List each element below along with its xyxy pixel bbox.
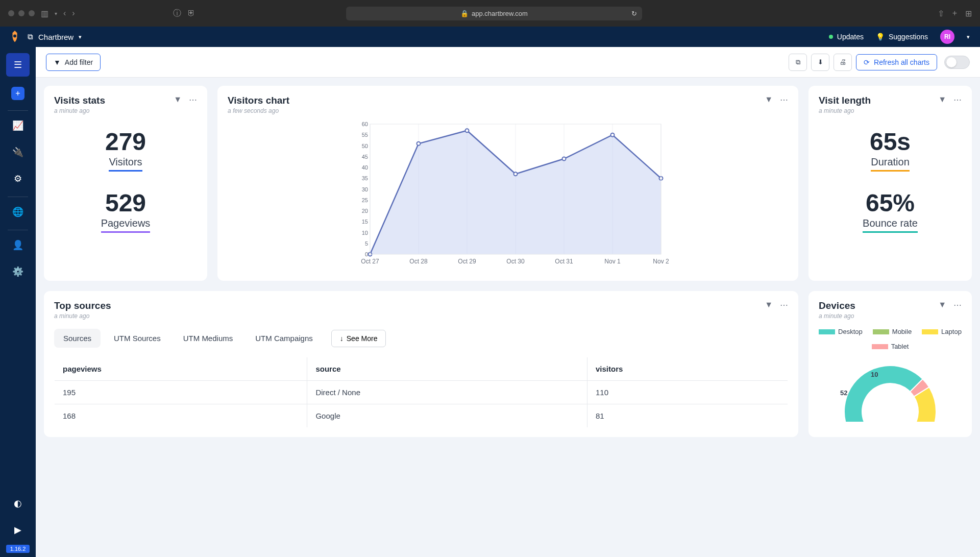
more-icon[interactable]: ⋯ — [189, 95, 197, 105]
toolbar: ▼ Add filter ⧉ ⬇ 🖨 ⟳ Refresh all charts — [36, 47, 980, 78]
add-filter-label: Add filter — [65, 58, 93, 66]
svg-text:20: 20 — [362, 208, 368, 214]
legend-item[interactable]: Tablet — [872, 343, 909, 350]
team-selector[interactable]: ⧉ Chartbrew ▾ — [28, 32, 82, 41]
back-icon[interactable]: ‹ — [63, 9, 66, 18]
kpi-visitors-label: Visitors — [109, 156, 142, 172]
see-more-label: See More — [347, 334, 378, 343]
donut-chart: 52 10 — [819, 355, 962, 422]
cell-visitors: 110 — [587, 381, 788, 404]
close-window[interactable] — [8, 10, 14, 16]
kpi-pageviews-value: 529 — [54, 191, 197, 215]
main-content: ▼ Add filter ⧉ ⬇ 🖨 ⟳ Refresh all charts … — [36, 47, 980, 557]
copy-button[interactable]: ⧉ — [789, 54, 807, 71]
download-icon: ⬇ — [818, 58, 823, 66]
sidebar-item-dashboard[interactable]: ☰ — [6, 53, 30, 77]
card-title: Top sources — [54, 300, 765, 311]
avatar-initials: RI — [944, 33, 950, 40]
reload-icon[interactable]: ↻ — [631, 10, 637, 17]
card-title: Visits stats — [54, 95, 174, 106]
sidebar-item-charts[interactable]: 📈 — [6, 114, 30, 137]
card-title: Visit length — [819, 95, 938, 106]
shield-icon[interactable]: ⛨ — [187, 9, 195, 18]
col-source[interactable]: source — [307, 357, 587, 381]
filter-icon[interactable]: ▼ — [938, 300, 946, 310]
slice-label-laptop: 52 — [840, 389, 847, 397]
add-filter-button[interactable]: ▼ Add filter — [46, 54, 101, 71]
new-tab-icon[interactable]: + — [952, 9, 957, 18]
svg-text:35: 35 — [362, 175, 368, 181]
card-visitors-chart: Visitors chart a few seconds ago ▼ ⋯ 051… — [217, 86, 798, 281]
card-subtitle: a minute ago — [819, 107, 938, 114]
maximize-window[interactable] — [29, 10, 35, 16]
user-avatar[interactable]: RI — [940, 30, 954, 44]
cell-source: Google — [307, 404, 587, 428]
cell-pageviews: 168 — [55, 404, 307, 428]
sidebar-item-team-settings[interactable]: ⚙️ — [6, 260, 30, 283]
more-icon[interactable]: ⋯ — [780, 300, 788, 310]
minimize-window[interactable] — [18, 10, 24, 16]
svg-text:Oct 29: Oct 29 — [458, 258, 476, 265]
forward-icon[interactable]: › — [72, 9, 75, 18]
legend-swatch — [873, 329, 889, 334]
filter-icon[interactable]: ▼ — [765, 95, 773, 105]
sidebar-item-theme-toggle[interactable]: ◐ — [6, 492, 30, 515]
sidebar-item-add[interactable]: + — [11, 87, 24, 100]
tabs-icon[interactable]: ⊞ — [965, 9, 972, 18]
tab-utm-campaigns[interactable]: UTM Campaigns — [246, 329, 322, 348]
cell-source: Direct / None — [307, 381, 587, 404]
svg-point-26 — [611, 133, 615, 137]
sidebar-item-members[interactable]: 👤 — [6, 233, 30, 257]
sidebar-item-connections[interactable]: 🔌 — [6, 140, 30, 164]
col-pageviews[interactable]: pageviews — [55, 357, 307, 381]
chevron-down-icon[interactable]: ▾ — [967, 34, 970, 40]
gear-icon: ⚙ — [14, 173, 22, 184]
tab-utm-sources[interactable]: UTM Sources — [105, 329, 170, 348]
url-bar[interactable]: 🔒 app.chartbrew.com ↻ — [346, 7, 642, 20]
share-icon[interactable]: ⇧ — [938, 9, 944, 18]
svg-text:10: 10 — [362, 230, 368, 236]
sidebar-item-public[interactable]: 🌐 — [6, 200, 30, 224]
svg-text:45: 45 — [362, 154, 368, 160]
tab-utm-mediums[interactable]: UTM Mediums — [174, 329, 242, 348]
legend-item[interactable]: Desktop — [819, 328, 863, 335]
sidebar-toggle-icon[interactable]: ▥ — [41, 9, 48, 18]
svg-text:55: 55 — [362, 132, 368, 138]
cell-visitors: 81 — [587, 404, 788, 428]
divider — [8, 110, 28, 111]
auto-refresh-toggle[interactable] — [944, 56, 970, 69]
print-button[interactable]: 🖨 — [834, 54, 852, 71]
legend-swatch — [819, 329, 835, 334]
arrow-down-icon: ↓ — [340, 334, 344, 343]
card-subtitle: a minute ago — [54, 107, 174, 114]
tab-sources[interactable]: Sources — [54, 329, 101, 348]
filter-icon[interactable]: ▼ — [765, 300, 773, 310]
chevron-down-icon[interactable]: ▾ — [55, 11, 57, 16]
card-subtitle: a few seconds ago — [228, 107, 765, 114]
legend-label: Tablet — [891, 343, 909, 350]
refresh-all-button[interactable]: ⟳ Refresh all charts — [856, 54, 937, 70]
legend-item[interactable]: Laptop — [922, 328, 962, 335]
filter-icon[interactable]: ▼ — [938, 95, 946, 105]
sidebar: ☰ + 📈 🔌 ⚙ 🌐 👤 ⚙️ ◐ ▶ 1. — [0, 47, 36, 557]
info-icon[interactable]: ⓘ — [173, 8, 181, 19]
cell-pageviews: 195 — [55, 381, 307, 404]
brand-logo[interactable] — [10, 30, 20, 44]
more-icon[interactable]: ⋯ — [780, 95, 788, 105]
svg-text:50: 50 — [362, 143, 368, 149]
col-visitors[interactable]: visitors — [587, 357, 788, 381]
more-icon[interactable]: ⋯ — [953, 300, 962, 310]
suggestions-link[interactable]: 💡 Suggestions — [876, 33, 928, 41]
svg-text:Oct 31: Oct 31 — [555, 258, 573, 265]
updates-link[interactable]: Updates — [829, 33, 864, 41]
filter-icon[interactable]: ▼ — [174, 95, 182, 105]
see-more-button[interactable]: ↓ See More — [331, 330, 386, 347]
svg-text:25: 25 — [362, 197, 368, 203]
more-icon[interactable]: ⋯ — [953, 95, 962, 105]
sidebar-item-present[interactable]: ▶ — [6, 518, 30, 542]
legend-item[interactable]: Mobile — [873, 328, 912, 335]
download-button[interactable]: ⬇ — [811, 54, 829, 71]
sidebar-item-settings[interactable]: ⚙ — [6, 167, 30, 190]
svg-text:Oct 30: Oct 30 — [506, 258, 525, 265]
legend-label: Desktop — [838, 328, 863, 335]
